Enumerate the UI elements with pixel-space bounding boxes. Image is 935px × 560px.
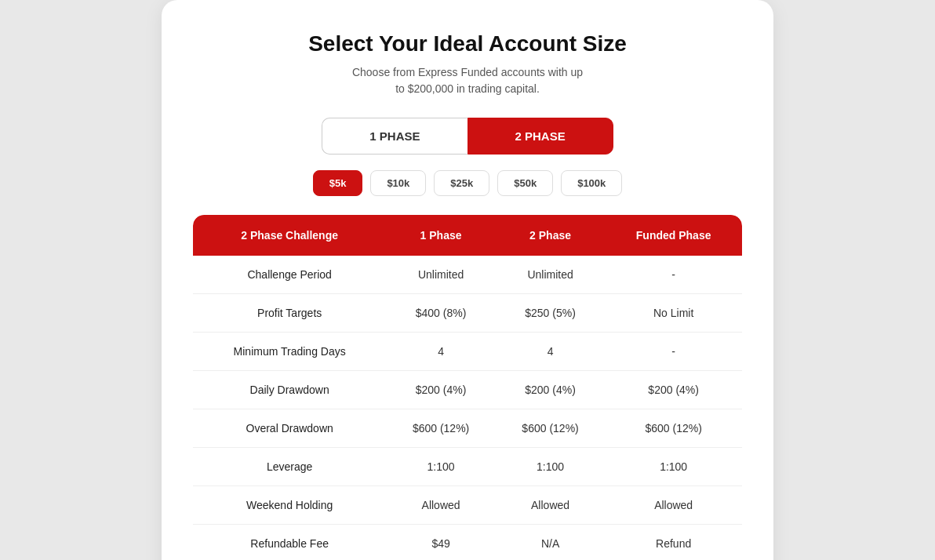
size-100k-button[interactable]: $100k [561, 170, 622, 196]
row-label: Challenge Period [193, 256, 386, 294]
table-row: Refundable Fee $49 N/A Refund [193, 525, 742, 561]
table-row: Leverage 1:100 1:100 1:100 [193, 448, 742, 486]
row-col2: $600 (12%) [496, 409, 605, 448]
row-col1: 4 [386, 333, 495, 371]
row-col1: $400 (8%) [386, 294, 495, 333]
row-label: Daily Drawdown [193, 371, 386, 409]
table-header-row: 2 Phase Challenge 1 Phase 2 Phase Funded… [193, 215, 742, 256]
row-col3: - [605, 256, 742, 294]
phase-1-button[interactable]: 1 PHASE [322, 118, 467, 155]
row-col3: $200 (4%) [605, 371, 742, 409]
row-col1: Allowed [386, 486, 495, 525]
phase-2-button[interactable]: 2 PHASE [468, 118, 613, 155]
row-col1: $49 [386, 525, 495, 561]
row-col1: $200 (4%) [386, 371, 495, 409]
page-subtitle: Choose from Express Funded accounts with… [193, 64, 742, 97]
table-row: Weekend Holding Allowed Allowed Allowed [193, 486, 742, 525]
row-col2: Allowed [496, 486, 605, 525]
row-col1: $600 (12%) [386, 409, 495, 448]
size-5k-button[interactable]: $5k [313, 170, 363, 196]
header-challenge: 2 Phase Challenge [193, 215, 386, 256]
table-row: Challenge Period Unlimited Unlimited - [193, 256, 742, 294]
size-25k-button[interactable]: $25k [434, 170, 489, 196]
row-col3: No Limit [605, 294, 742, 333]
size-button-group: $5k $10k $25k $50k $100k [193, 170, 742, 196]
row-col1: Unlimited [386, 256, 495, 294]
row-col3: $600 (12%) [605, 409, 742, 448]
table-row: Profit Targets $400 (8%) $250 (5%) No Li… [193, 294, 742, 333]
row-col3: Refund [605, 525, 742, 561]
table-row: Daily Drawdown $200 (4%) $200 (4%) $200 … [193, 371, 742, 409]
main-card: Select Your Ideal Account Size Choose fr… [162, 0, 773, 560]
comparison-table: 2 Phase Challenge 1 Phase 2 Phase Funded… [193, 215, 742, 560]
phase-toggle: 1 PHASE 2 PHASE [193, 118, 742, 155]
row-col3: - [605, 333, 742, 371]
row-col2: Unlimited [496, 256, 605, 294]
row-col3: 1:100 [605, 448, 742, 486]
table-row: Minimum Trading Days 4 4 - [193, 333, 742, 371]
size-10k-button[interactable]: $10k [370, 170, 426, 196]
page-title: Select Your Ideal Account Size [193, 31, 742, 56]
row-label: Minimum Trading Days [193, 333, 386, 371]
row-col2: 4 [496, 333, 605, 371]
row-col2: $250 (5%) [496, 294, 605, 333]
row-col3: Allowed [605, 486, 742, 525]
row-label: Refundable Fee [193, 525, 386, 561]
table-row: Overal Drawdown $600 (12%) $600 (12%) $6… [193, 409, 742, 448]
row-col2: 1:100 [496, 448, 605, 486]
row-col1: 1:100 [386, 448, 495, 486]
row-label: Profit Targets [193, 294, 386, 333]
row-col2: N/A [496, 525, 605, 561]
header-phase1: 1 Phase [386, 215, 495, 256]
row-label: Overal Drawdown [193, 409, 386, 448]
header-phase2: 2 Phase [496, 215, 605, 256]
size-50k-button[interactable]: $50k [497, 170, 553, 196]
header-funded: Funded Phase [605, 215, 742, 256]
row-label: Weekend Holding [193, 486, 386, 525]
row-col2: $200 (4%) [496, 371, 605, 409]
row-label: Leverage [193, 448, 386, 486]
